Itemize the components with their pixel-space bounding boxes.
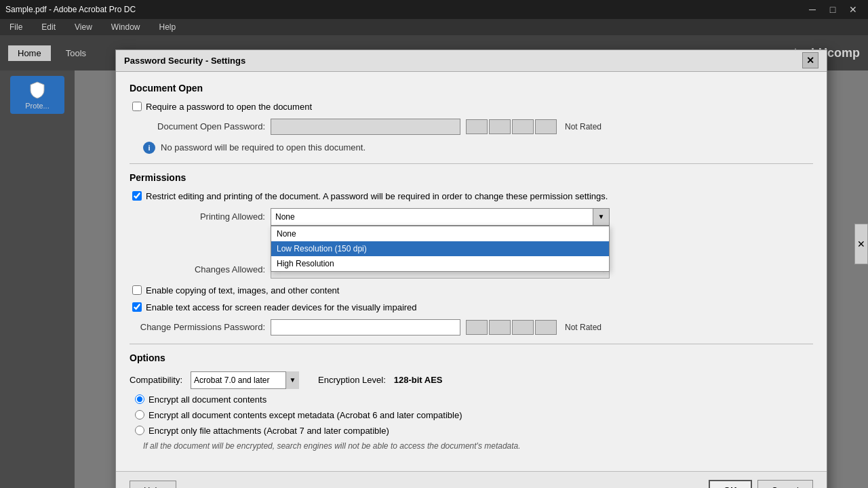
menu-view[interactable]: View xyxy=(71,21,96,33)
perm-strength-box-1 xyxy=(466,320,488,335)
sidebar-item-protect[interactable]: Prote... xyxy=(10,76,64,114)
permissions-password-label: Change Permissions Password: xyxy=(130,322,265,332)
tab-tools[interactable]: Tools xyxy=(56,45,96,61)
ok-button[interactable]: OK xyxy=(709,480,752,489)
printing-dropdown-menu: None Low Resolution (150 dpi) High Resol… xyxy=(271,226,610,272)
restrict-editing-checkbox[interactable] xyxy=(132,191,142,201)
permissions-header: Permissions xyxy=(130,172,813,183)
menu-edit[interactable]: Edit xyxy=(37,21,60,33)
doc-info-row: i No password will be required to open t… xyxy=(130,142,813,154)
require-password-label: Require a password to open the document xyxy=(146,102,312,112)
help-button[interactable]: Help xyxy=(130,481,176,489)
panel-close-btn[interactable]: ✕ xyxy=(854,224,868,264)
divider-2 xyxy=(130,344,813,344)
printing-allowed-label: Printing Allowed: xyxy=(130,211,265,222)
strength-box-2 xyxy=(489,119,511,134)
menu-help[interactable]: Help xyxy=(155,21,180,33)
options-info-text: If all the document will be encrypted, s… xyxy=(143,441,521,451)
radio-encrypt-attachments-label: Encrypt only file attachments (Acrobat 7… xyxy=(149,426,389,436)
permissions-password-input[interactable] xyxy=(271,319,460,336)
printing-selected-value: None xyxy=(271,212,299,222)
app-container: File Edit View Window Help Home Tools ta… xyxy=(0,19,868,488)
radio-encrypt-attachments[interactable] xyxy=(135,426,144,435)
encryption-label: Encryption Level: xyxy=(318,375,386,385)
options-info-row: If all the document will be encrypted, s… xyxy=(130,441,813,451)
permissions-password-row: Change Permissions Password: Not Rated xyxy=(130,319,813,336)
changes-allowed-label: Changes Allowed: xyxy=(130,264,265,274)
compatibility-label: Compatibility: xyxy=(130,375,182,385)
restrict-editing-label: Restrict editing and printing of the doc… xyxy=(146,191,608,201)
printing-allowed-row: Printing Allowed: None ▼ None Low Resolu… xyxy=(130,208,813,226)
title-bar-controls: ─ □ ✕ xyxy=(803,0,863,19)
tab-home[interactable]: Home xyxy=(8,45,51,61)
copy-content-label: Enable copying of text, images, and othe… xyxy=(146,285,339,296)
option-high-res[interactable]: High Resolution xyxy=(271,256,609,271)
menu-bar: File Edit View Window Help xyxy=(0,19,868,35)
printing-dropdown[interactable]: None ▼ xyxy=(271,208,610,226)
document-open-password-row: Document Open Password: Not Rated xyxy=(130,119,813,135)
options-compatibility-row: Compatibility: Acrobat 7.0 and later ▼ E… xyxy=(130,371,813,389)
radio-encrypt-all[interactable] xyxy=(135,394,144,404)
perm-strength-box-3 xyxy=(512,320,534,335)
screen-reader-row: Enable text access for screen reader dev… xyxy=(130,302,813,312)
main-area: Prote... www.teachucomp.com/free ✕ Passw… xyxy=(0,70,868,488)
minimize-btn[interactable]: ─ xyxy=(803,0,822,19)
window-close-btn[interactable]: ✕ xyxy=(844,0,863,19)
strength-box-3 xyxy=(512,119,534,134)
radio-encrypt-except-meta[interactable] xyxy=(135,410,144,420)
dialog-title: Password Security - Settings xyxy=(124,56,245,66)
option-low-res[interactable]: Low Resolution (150 dpi) xyxy=(271,241,609,256)
printing-dropdown-arrow: ▼ xyxy=(593,209,609,225)
menu-window[interactable]: Window xyxy=(107,21,144,33)
require-password-checkbox[interactable] xyxy=(132,102,142,111)
radio-encrypt-except-meta-label: Encrypt all document contents except met… xyxy=(149,410,462,420)
copy-content-checkbox[interactable] xyxy=(132,285,142,295)
radio-encrypt-attachments-row: Encrypt only file attachments (Acrobat 7… xyxy=(130,426,813,436)
encryption-value: 128-bit AES xyxy=(394,375,443,385)
content-area: www.teachucomp.com/free ✕ Password Secur… xyxy=(75,70,868,488)
shield-icon xyxy=(28,80,47,99)
dialog-overlay: ✕ Password Security - Settings ✕ Documen… xyxy=(75,70,868,488)
perm-strength-box-2 xyxy=(489,320,511,335)
require-password-row: Require a password to open the document xyxy=(130,102,813,112)
doc-strength-boxes xyxy=(466,119,557,134)
radio-encrypt-except-meta-row: Encrypt all document contents except met… xyxy=(130,410,813,420)
doc-not-rated: Not Rated xyxy=(565,122,601,131)
permissions-not-rated: Not Rated xyxy=(565,323,601,332)
compatibility-select[interactable]: Acrobat 7.0 and later xyxy=(191,371,299,389)
options-header: Options xyxy=(130,352,813,363)
title-bar: Sample.pdf - Adobe Acrobat Pro DC ─ □ ✕ xyxy=(0,0,868,19)
document-open-header: Document Open xyxy=(130,83,813,94)
doc-info-text: No password will be required to open thi… xyxy=(161,142,366,152)
cancel-button[interactable]: Cancel xyxy=(757,480,813,489)
strength-box-1 xyxy=(466,119,488,134)
title-bar-left: Sample.pdf - Adobe Acrobat Pro DC xyxy=(5,5,136,14)
password-security-dialog: Password Security - Settings ✕ Document … xyxy=(115,49,827,489)
maximize-btn[interactable]: □ xyxy=(823,0,842,19)
doc-password-label: Document Open Password: xyxy=(130,121,265,131)
dialog-close-btn[interactable]: ✕ xyxy=(802,52,818,68)
screen-reader-label: Enable text access for screen reader dev… xyxy=(146,302,417,312)
option-none[interactable]: None xyxy=(271,226,609,241)
printing-dropdown-container: None ▼ None Low Resolution (150 dpi) Hig… xyxy=(271,208,610,226)
strength-box-4 xyxy=(535,119,557,134)
doc-password-input[interactable] xyxy=(271,119,460,135)
permissions-strength-boxes xyxy=(466,320,557,335)
dialog-titlebar: Password Security - Settings ✕ xyxy=(116,50,827,72)
restrict-editing-row: Restrict editing and printing of the doc… xyxy=(130,191,813,201)
dialog-footer: Help OK Cancel xyxy=(116,471,827,489)
screen-reader-checkbox[interactable] xyxy=(132,302,142,312)
perm-strength-box-4 xyxy=(535,320,557,335)
sidebar-protect-label: Prote... xyxy=(25,102,49,110)
copy-content-row: Enable copying of text, images, and othe… xyxy=(130,285,813,296)
app-title: Sample.pdf - Adobe Acrobat Pro DC xyxy=(5,5,136,14)
footer-right-btns: OK Cancel xyxy=(709,480,813,489)
left-sidebar: Prote... xyxy=(0,70,75,488)
info-icon: i xyxy=(143,142,155,154)
divider-1 xyxy=(130,163,813,164)
menu-file[interactable]: File xyxy=(5,21,26,33)
radio-encrypt-all-label: Encrypt all document contents xyxy=(149,394,267,405)
dialog-body: Document Open Require a password to open… xyxy=(116,72,827,471)
compatibility-wrapper: Acrobat 7.0 and later ▼ xyxy=(191,371,299,389)
radio-encrypt-all-row: Encrypt all document contents xyxy=(130,394,813,405)
